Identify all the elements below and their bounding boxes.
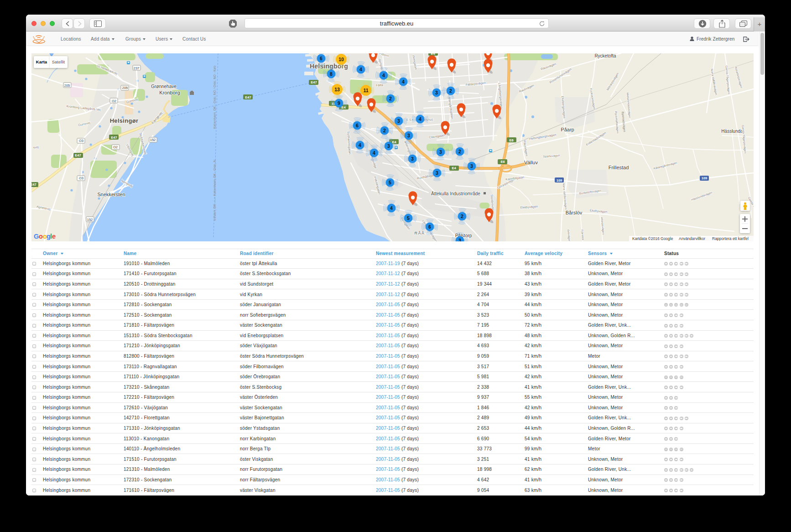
svg-text:4: 4: [382, 73, 385, 78]
svg-text:E4: E4: [452, 166, 456, 170]
svg-text:O3: O3: [79, 176, 83, 180]
svg-text:Bårslöv: Bårslöv: [566, 210, 583, 215]
svg-text:4: 4: [373, 150, 375, 156]
svg-text:København, DK - Oslo, NO / Osl: København, DK - Oslo, NO / Oslo, NO - Kø…: [213, 66, 216, 129]
svg-text:Kartdata ©2016 Google: Kartdata ©2016 Google: [632, 236, 673, 241]
svg-text:205: 205: [122, 86, 128, 90]
svg-text:4: 4: [419, 116, 422, 122]
svg-text:2: 2: [461, 214, 463, 219]
svg-text:8: 8: [330, 71, 333, 77]
svg-text:o: o: [39, 233, 43, 240]
svg-text:Satellit: Satellit: [52, 59, 65, 64]
svg-text:Kronborg: Kronborg: [159, 90, 180, 95]
svg-text:E6: E6: [509, 138, 513, 142]
svg-text:6: 6: [356, 123, 359, 128]
svg-text:3: 3: [397, 118, 400, 124]
svg-text:205: 205: [64, 83, 70, 88]
svg-text:3: 3: [458, 238, 461, 242]
svg-text:E47: E47: [31, 183, 36, 187]
svg-text:2: 2: [389, 96, 392, 101]
svg-text:E47: E47: [245, 95, 251, 99]
svg-text:4: 4: [359, 67, 362, 72]
svg-text:E6: E6: [500, 160, 505, 164]
svg-text:4: 4: [402, 79, 405, 84]
svg-text:5: 5: [407, 215, 410, 221]
svg-text:RÅÅ: RÅÅ: [414, 231, 425, 235]
svg-text:3: 3: [435, 90, 438, 95]
svg-text:Karta: Karta: [36, 59, 47, 64]
svg-text:Rapportera ett kartfel: Rapportera ett kartfel: [712, 236, 749, 241]
svg-text:3: 3: [387, 143, 390, 149]
svg-text:Ättekulla Industriområde: Ättekulla Industriområde: [431, 191, 480, 196]
svg-text:11: 11: [363, 88, 368, 93]
svg-text:Helsingør: Helsingør: [110, 117, 139, 124]
svg-text:2: 2: [449, 88, 452, 94]
svg-text:Välluv: Välluv: [524, 160, 538, 165]
svg-text:152: 152: [150, 138, 156, 142]
svg-text:O3: O3: [79, 139, 83, 143]
svg-text:O2: O2: [112, 99, 116, 103]
svg-text:13: 13: [334, 87, 340, 92]
svg-text:Hässlunda: Hässlunda: [721, 129, 743, 134]
svg-text:enhavn, DK —— København, DK -: enhavn, DK —— København, DK - Oslo, N: [213, 160, 216, 220]
svg-text:3: 3: [407, 133, 410, 138]
svg-text:237: 237: [134, 66, 140, 70]
svg-text:4: 4: [359, 142, 361, 148]
svg-text:G: G: [34, 233, 39, 240]
svg-text:6: 6: [428, 224, 431, 229]
svg-text:6: 6: [320, 56, 323, 61]
svg-text:2: 2: [458, 149, 461, 154]
svg-text:109: 109: [557, 178, 562, 183]
svg-text:3: 3: [470, 163, 473, 169]
svg-text:3: 3: [439, 149, 442, 155]
svg-text:Rycketofta: Rycketofta: [594, 53, 616, 58]
svg-text:9: 9: [338, 100, 340, 106]
svg-text:Snekkersten: Snekkersten: [97, 192, 125, 197]
svg-text:10: 10: [338, 57, 344, 62]
svg-text:Fälta: Fälta: [376, 83, 383, 87]
svg-text:152: 152: [87, 218, 93, 222]
svg-text:5: 5: [389, 180, 391, 185]
svg-text:E47: E47: [311, 80, 317, 84]
svg-text:Frillestad: Frillestad: [609, 165, 629, 170]
svg-text:E47: E47: [111, 136, 117, 140]
svg-text:Användarvillkor: Användarvillkor: [679, 236, 705, 241]
svg-text:109: 109: [702, 176, 708, 180]
svg-text:Påarp: Påarp: [561, 127, 574, 132]
svg-text:2: 2: [383, 128, 386, 133]
svg-text:4: 4: [390, 205, 393, 211]
svg-text:Grønnehave: Grønnehave: [151, 84, 177, 89]
svg-text:3: 3: [411, 156, 414, 162]
svg-text:E47: E47: [75, 153, 81, 157]
svg-text:O2: O2: [113, 145, 118, 149]
svg-text:e: e: [52, 233, 56, 240]
svg-text:3: 3: [436, 170, 438, 176]
